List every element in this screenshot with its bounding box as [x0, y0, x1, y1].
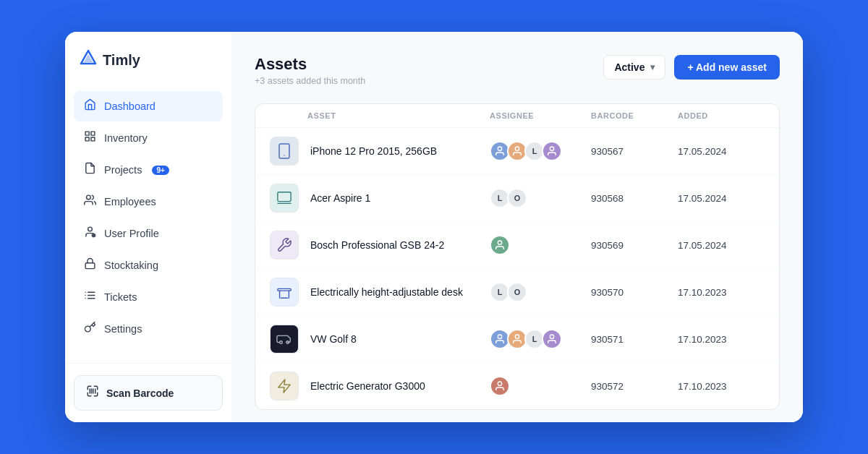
col-asset: ASSET	[307, 111, 490, 120]
sidebar: Timly Dashboard Inventory	[65, 32, 231, 422]
table-row[interactable]: Electrically height-adjustable desk L O …	[255, 269, 779, 316]
home-icon	[82, 98, 97, 114]
svg-point-6	[86, 195, 90, 200]
barcode-value: 930571	[591, 334, 678, 345]
logo-icon	[80, 49, 97, 71]
svg-point-29	[498, 241, 501, 244]
table-row[interactable]: VW Golf 8 L 930571 17.10.2023	[255, 316, 779, 363]
col-added: ADDED	[678, 111, 765, 120]
svg-point-38	[550, 335, 553, 338]
page-title: Assets	[255, 55, 365, 74]
asset-name: Electrically height-adjustable desk	[307, 286, 490, 298]
sidebar-footer: Scan Barcode	[65, 363, 231, 422]
user-profile-icon	[82, 226, 97, 241]
header-right: Active ▾ + Add new asset	[603, 55, 780, 80]
sidebar-item-label-settings: Settings	[104, 323, 142, 335]
table-row[interactable]: Bosch Professional GSB 24-2 930569 17.05…	[255, 222, 779, 269]
logo-area: Timly	[65, 49, 231, 91]
sidebar-item-label-tickets: Tickets	[104, 291, 137, 303]
svg-rect-3	[90, 132, 94, 135]
svg-marker-39	[278, 380, 291, 393]
asset-thumbnail	[270, 137, 299, 166]
asset-name: Bosch Professional GSB 24-2	[307, 239, 490, 251]
table-row[interactable]: Electric Generator G3000 930572 17.10.20…	[255, 363, 779, 409]
svg-point-40	[498, 382, 501, 385]
app-container: Timly Dashboard Inventory	[65, 32, 803, 422]
barcode-value: 930568	[591, 193, 678, 204]
sidebar-item-label-stocktaking: Stocktaking	[104, 260, 158, 271]
projects-badge: 9+	[152, 166, 169, 175]
main-header: Assets +3 assets added this month Active…	[255, 55, 780, 86]
add-button-label: + Add new asset	[687, 61, 767, 73]
assignees: L	[490, 141, 591, 161]
asset-name: iPhone 12 Pro 2015, 256GB	[307, 145, 490, 157]
assets-table: ASSET ASSIGNEE BARCODE ADDED iPhone 12 P…	[255, 103, 780, 410]
barcode-value: 930572	[591, 381, 678, 392]
projects-icon	[82, 162, 97, 178]
barcode-icon	[86, 385, 99, 401]
employees-icon	[82, 194, 97, 210]
avatar	[490, 235, 510, 255]
sidebar-item-user-profile[interactable]: User Profile	[74, 218, 223, 249]
stocktaking-icon	[82, 257, 97, 273]
inventory-icon	[82, 130, 97, 146]
asset-thumbnail	[270, 372, 299, 401]
scan-barcode-label: Scan Barcode	[106, 387, 174, 399]
asset-thumbnail	[270, 231, 299, 260]
assets-subtitle: +3 assets added this month	[255, 76, 365, 86]
sidebar-item-dashboard[interactable]: Dashboard	[74, 91, 223, 121]
svg-rect-4	[85, 137, 89, 141]
assets-heading: Assets +3 assets added this month	[255, 55, 365, 86]
svg-point-7	[88, 227, 92, 231]
scan-barcode-button[interactable]: Scan Barcode	[74, 375, 223, 411]
svg-point-37	[515, 335, 519, 338]
svg-point-26	[550, 147, 553, 150]
assignees	[490, 376, 591, 396]
barcode-value: 930569	[591, 240, 678, 251]
asset-thumbnail	[270, 278, 299, 307]
assignees: L O	[490, 188, 591, 208]
asset-thumbnail	[270, 325, 299, 354]
add-new-asset-button[interactable]: + Add new asset	[674, 55, 780, 80]
date-added: 17.05.2024	[678, 193, 765, 204]
asset-name: VW Golf 8	[307, 333, 490, 345]
sidebar-item-label-employees: Employees	[104, 196, 156, 207]
col-assignee: ASSIGNEE	[490, 111, 591, 120]
assignees: L	[490, 329, 591, 349]
date-added: 17.10.2023	[678, 381, 765, 392]
asset-thumbnail	[270, 184, 299, 213]
svg-point-24	[498, 147, 501, 150]
settings-icon	[82, 321, 97, 337]
sidebar-item-label-projects: Projects	[104, 164, 142, 176]
sidebar-item-label-user-profile: User Profile	[104, 228, 159, 239]
col-barcode: BARCODE	[591, 111, 678, 120]
chevron-down-icon: ▾	[650, 62, 655, 72]
sidebar-item-inventory[interactable]: Inventory	[74, 123, 223, 153]
svg-rect-11	[85, 263, 95, 269]
avatar	[542, 329, 562, 349]
avatar-letter: O	[507, 282, 527, 302]
filter-value: Active	[614, 61, 644, 73]
svg-point-25	[515, 147, 519, 150]
sidebar-item-label-dashboard: Dashboard	[104, 100, 156, 112]
sidebar-item-label-inventory: Inventory	[104, 132, 148, 144]
sidebar-item-projects[interactable]: Projects 9+	[74, 155, 223, 185]
main-content: Assets +3 assets added this month Active…	[231, 32, 803, 422]
filter-dropdown[interactable]: Active ▾	[603, 55, 665, 80]
table-header: ASSET ASSIGNEE BARCODE ADDED	[255, 104, 779, 128]
asset-name: Electric Generator G3000	[307, 380, 490, 392]
sidebar-item-employees[interactable]: Employees	[74, 187, 223, 217]
tickets-icon	[82, 289, 97, 305]
table-row[interactable]: Acer Aspire 1 L O 930568 17.05.2024	[255, 175, 779, 222]
svg-rect-2	[85, 132, 89, 135]
sidebar-item-tickets[interactable]: Tickets	[74, 282, 223, 312]
svg-rect-5	[90, 137, 94, 141]
date-added: 17.05.2024	[678, 240, 765, 251]
table-row[interactable]: iPhone 12 Pro 2015, 256GB L 930567 17.05…	[255, 128, 779, 175]
sidebar-item-stocktaking[interactable]: Stocktaking	[74, 250, 223, 280]
svg-point-34	[280, 341, 283, 344]
svg-rect-22	[279, 144, 289, 158]
date-added: 17.05.2024	[678, 146, 765, 157]
sidebar-item-settings[interactable]: Settings	[74, 314, 223, 344]
barcode-value: 930567	[591, 146, 678, 157]
